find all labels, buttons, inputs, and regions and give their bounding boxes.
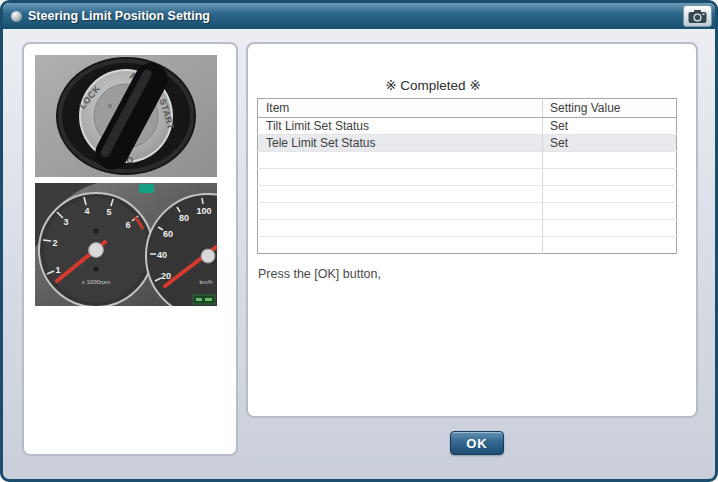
- instrument-cluster-photo: 1 2 3 4 5 6 x 1000rpm: [35, 183, 217, 306]
- speedo-number-80: 80: [179, 213, 189, 223]
- ok-button[interactable]: OK: [450, 431, 504, 455]
- speedo-number-60: 60: [163, 229, 173, 239]
- table-cell: [258, 169, 543, 186]
- speedo-number-100: 100: [196, 206, 211, 216]
- table-cell: [543, 169, 677, 186]
- tachometer-gauge: 1 2 3 4 5 6 x 1000rpm: [39, 193, 153, 306]
- settings-table-body: Tilt Limit Set StatusSetTele Limit Set S…: [258, 118, 677, 254]
- app-sphere-icon: [11, 11, 22, 22]
- tach-number-4: 4: [84, 206, 89, 216]
- table-row: Tilt Limit Set StatusSet: [258, 118, 677, 135]
- ignition-key-graphic: LOCK ACC START ON: [35, 55, 217, 177]
- table-cell: [258, 203, 543, 220]
- ignition-key-photo: LOCK ACC START ON: [35, 55, 217, 177]
- table-row: [258, 220, 677, 237]
- dialog-content: LOCK ACC START ON: [3, 29, 715, 479]
- tach-number-3: 3: [63, 217, 68, 227]
- table-cell: [258, 220, 543, 237]
- table-cell: [543, 203, 677, 220]
- reference-images-panel: LOCK ACC START ON: [22, 42, 238, 456]
- table-row: Tele Limit Set StatusSet: [258, 135, 677, 152]
- table-cell: [258, 152, 543, 169]
- speedo-number-20: 20: [161, 271, 171, 281]
- tach-number-2: 2: [52, 238, 57, 248]
- table-cell: Tele Limit Set Status: [258, 135, 543, 152]
- column-header-item: Item: [258, 99, 543, 118]
- tach-number-1: 1: [55, 265, 60, 275]
- table-cell: Set: [543, 135, 677, 152]
- instrument-cluster-graphic: 1 2 3 4 5 6 x 1000rpm: [35, 183, 217, 306]
- turn-indicator-lamp: [139, 184, 154, 193]
- window-title: Steering Limit Position Setting: [28, 9, 210, 23]
- instruction-text: Press the [OK] button,: [258, 267, 381, 281]
- table-cell: [543, 220, 677, 237]
- camera-icon: [688, 9, 707, 24]
- odometer-display: [193, 295, 215, 304]
- settings-table: Item Setting Value Tilt Limit Set Status…: [257, 98, 677, 254]
- table-cell: [543, 237, 677, 254]
- speedo-number-40: 40: [157, 250, 167, 260]
- table-cell: [543, 186, 677, 203]
- table-row: [258, 169, 677, 186]
- table-cell: Set: [543, 118, 677, 135]
- screenshot-button[interactable]: [683, 5, 712, 27]
- table-row: [258, 186, 677, 203]
- tach-unit-label: x 1000rpm: [82, 279, 110, 285]
- table-cell: [258, 237, 543, 254]
- table-row: [258, 203, 677, 220]
- table-row: [258, 237, 677, 254]
- tach-number-6: 6: [125, 220, 130, 230]
- titlebar[interactable]: Steering Limit Position Setting: [3, 3, 715, 29]
- result-panel: ※ Completed ※ Item Setting Value Tilt Li…: [246, 42, 698, 418]
- completed-heading: ※ Completed ※: [248, 77, 618, 93]
- table-row: [258, 152, 677, 169]
- table-cell: [543, 152, 677, 169]
- table-cell: [258, 186, 543, 203]
- column-header-setting-value: Setting Value: [543, 99, 677, 118]
- settings-table-container: Item Setting Value Tilt Limit Set Status…: [257, 98, 677, 254]
- tach-number-5: 5: [106, 207, 111, 217]
- table-header-row: Item Setting Value: [258, 99, 677, 118]
- speedo-unit-label: km/h: [199, 279, 212, 285]
- table-cell: Tilt Limit Set Status: [258, 118, 543, 135]
- steering-limit-dialog: Steering Limit Position Setting: [0, 0, 718, 482]
